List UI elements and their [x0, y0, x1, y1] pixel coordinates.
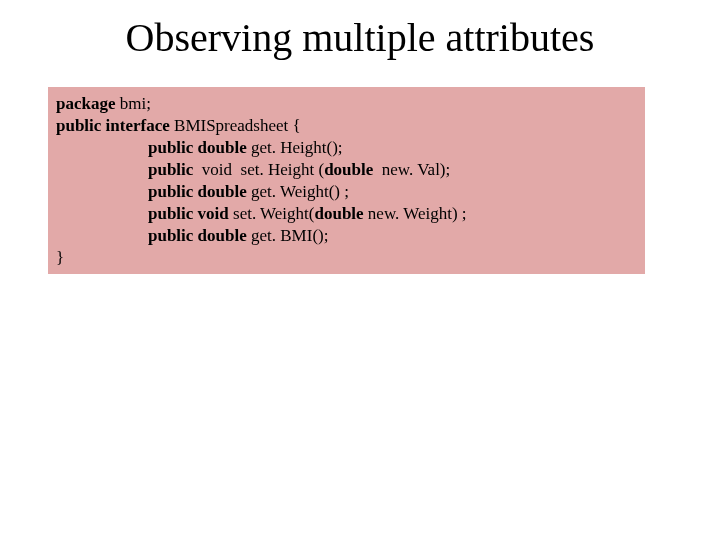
- code-line-8: }: [56, 247, 637, 269]
- code-line-5: public double get. Weight() ;: [56, 181, 637, 203]
- code-line-3: public double get. Height();: [56, 137, 637, 159]
- code-text: void set. Height (: [193, 160, 324, 179]
- code-text: set. Weight(: [229, 204, 315, 223]
- code-text: get. Weight() ;: [247, 182, 349, 201]
- kw-public: public: [148, 160, 193, 179]
- code-box: package bmi; public interface BMISpreads…: [48, 87, 645, 274]
- kw-double: double: [324, 160, 373, 179]
- code-line-4: public void set. Height (double new. Val…: [56, 159, 637, 181]
- kw-public-double: public double: [148, 182, 247, 201]
- code-text: new. Val);: [373, 160, 454, 179]
- code-line-6: public void set. Weight(double new. Weig…: [56, 203, 637, 225]
- code-text: bmi;: [116, 94, 156, 113]
- kw-public-double: public double: [148, 226, 247, 245]
- code-text: get. BMI();: [247, 226, 329, 245]
- code-line-7: public double get. BMI();: [56, 225, 637, 247]
- code-line-2: public interface BMISpreadsheet {: [56, 115, 637, 137]
- kw-public-double: public double: [148, 138, 247, 157]
- code-text: get. Height();: [247, 138, 347, 157]
- slide: Observing multiple attributes package bm…: [0, 0, 720, 540]
- code-text: BMISpreadsheet {: [170, 116, 301, 135]
- slide-title: Observing multiple attributes: [0, 14, 720, 61]
- kw-double: double: [314, 204, 363, 223]
- kw-public-interface: public interface: [56, 116, 170, 135]
- kw-package: package: [56, 94, 116, 113]
- code-line-1: package bmi;: [56, 93, 637, 115]
- kw-public-void: public void: [148, 204, 229, 223]
- code-text: new. Weight) ;: [364, 204, 467, 223]
